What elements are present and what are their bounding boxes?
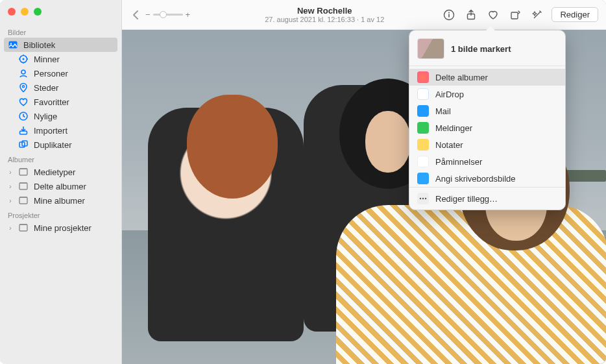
svg-point-1 [10, 43, 12, 44]
share-item-delte-albumer[interactable]: Delte albumer [409, 69, 565, 86]
desktop-icon [417, 173, 429, 184]
sidebar-item-mine-prosjekter[interactable]: ›Mine prosjekter [0, 221, 121, 235]
share-popover-header: 1 bilde markert [409, 36, 565, 66]
rotate-button[interactable] [507, 7, 523, 23]
more-icon [417, 193, 429, 204]
toolbar-title-area: New Rochelle 27. august 2021 kl. 12:16:3… [213, 6, 436, 23]
svg-rect-13 [19, 224, 27, 231]
sidebar-item-bibliotek[interactable]: Bibliotek [4, 38, 117, 52]
svg-point-20 [422, 198, 424, 199]
people-icon [18, 68, 29, 79]
zoom-track [153, 14, 183, 16]
main-content: − + New Rochelle 27. august 2021 kl. 12:… [122, 0, 606, 364]
import-icon [18, 125, 29, 136]
photo-subject-3 [336, 205, 606, 364]
enhance-button[interactable] [529, 7, 545, 23]
sidebar-item-label: Delte albumer [34, 182, 114, 191]
share-item-angi-skrivebordsbilde[interactable]: Angi skrivebordsbilde [409, 170, 565, 187]
sidebar-item-favoritter[interactable]: Favoritter [0, 95, 121, 109]
sidebar-item-label: Mine albumer [34, 196, 114, 206]
sidebar-item-label: Importert [34, 126, 114, 136]
zoom-in-icon: + [186, 10, 191, 19]
album-icon [18, 195, 29, 206]
share-item-label: Mail [435, 106, 451, 116]
minimize-window-button[interactable] [21, 8, 29, 16]
zoom-slider[interactable]: − + [145, 10, 190, 19]
close-window-button[interactable] [8, 8, 16, 16]
sidebar-item-steder[interactable]: Steder [0, 80, 121, 95]
sidebar-item-label: Personer [34, 69, 114, 79]
sidebar-item-medietyper[interactable]: ›Medietyper [0, 165, 121, 179]
mail-icon [417, 105, 429, 117]
sidebar-item-nylige[interactable]: Nylige [0, 109, 121, 123]
sidebar-item-label: Bibliotek [23, 40, 110, 50]
messages-icon [417, 122, 429, 134]
edit-button[interactable]: Rediger [551, 7, 598, 22]
svg-point-19 [420, 198, 421, 199]
svg-rect-10 [19, 169, 27, 175]
toolbar-right: Rediger [441, 7, 598, 23]
info-button[interactable] [441, 7, 457, 23]
divider [409, 66, 565, 66]
svg-rect-16 [449, 14, 450, 17]
sidebar-section-label: Albumer [0, 152, 121, 165]
memories-icon [18, 54, 29, 64]
share-item-notater[interactable]: Notater [409, 136, 565, 153]
chevron-right-icon: › [8, 183, 13, 190]
sidebar-item-label: Minner [34, 55, 114, 64]
album-icon [18, 223, 29, 233]
share-button[interactable] [463, 7, 479, 23]
zoom-window-button[interactable] [34, 8, 42, 16]
zoom-out-icon: − [145, 10, 151, 19]
share-more-label: Rediger tillegg… [435, 194, 498, 204]
sidebar-item-duplikater[interactable]: Duplikater [0, 138, 121, 152]
duplicates-icon [18, 140, 29, 150]
share-item-label: Notater [435, 140, 463, 150]
page-title: New Rochelle [213, 6, 436, 16]
share-item-label: Påminnelser [435, 157, 482, 167]
svg-point-3 [23, 58, 25, 60]
svg-point-4 [21, 70, 25, 74]
album-icon [18, 167, 29, 177]
sharedalbums-icon [417, 71, 429, 83]
sidebar-item-label: Mine prosjekter [34, 223, 114, 233]
chevron-right-icon: › [8, 197, 13, 204]
share-item-påminnelser[interactable]: Påminnelser [409, 153, 565, 170]
share-edit-extensions[interactable]: Rediger tillegg… [409, 190, 565, 207]
places-icon [18, 82, 29, 93]
share-thumbnail [417, 38, 444, 59]
share-item-airdrop[interactable]: AirDrop [409, 86, 565, 103]
share-item-mail[interactable]: Mail [409, 103, 565, 119]
svg-point-5 [22, 86, 24, 88]
share-item-meldinger[interactable]: Meldinger [409, 119, 565, 136]
sidebar-item-label: Favoritter [34, 97, 114, 107]
sidebar-item-mine-albumer[interactable]: ›Mine albumer [0, 193, 121, 208]
sidebar: BilderBibliotekMinnerPersonerStederFavor… [0, 0, 122, 364]
share-header-text: 1 bilde markert [451, 44, 511, 54]
sidebar-item-label: Steder [34, 83, 114, 93]
zoom-knob[interactable] [160, 11, 167, 18]
app-window: BilderBibliotekMinnerPersonerStederFavor… [0, 0, 606, 364]
sidebar-item-label: Duplikater [34, 140, 114, 150]
share-item-label: Meldinger [435, 123, 472, 133]
share-popover: 1 bilde markert Delte albumerAirDropMail… [409, 30, 566, 210]
clock-icon [18, 111, 29, 121]
sidebar-item-delte-albumer[interactable]: ›Delte albumer [0, 179, 121, 193]
back-button[interactable] [130, 10, 141, 19]
page-subtitle: 27. august 2021 kl. 12:16:33 · 1 av 12 [213, 16, 436, 23]
library-icon [8, 40, 18, 50]
favorite-button[interactable] [485, 7, 501, 23]
chevron-right-icon: › [8, 169, 13, 176]
svg-rect-11 [19, 183, 27, 189]
sidebar-item-minner[interactable]: Minner [0, 52, 121, 66]
sidebar-section-label: Prosjekter [0, 208, 121, 221]
sidebar-item-label: Nylige [34, 112, 114, 121]
sidebar-section-label: Bilder [0, 25, 121, 38]
share-item-label: Angi skrivebordsbilde [435, 174, 516, 184]
divider [409, 187, 565, 188]
svg-point-15 [448, 12, 450, 13]
toolbar-left: − + [130, 10, 208, 19]
sidebar-item-importert[interactable]: Importert [0, 123, 121, 138]
sidebar-item-label: Medietyper [34, 167, 114, 177]
sidebar-item-personer[interactable]: Personer [0, 66, 121, 80]
